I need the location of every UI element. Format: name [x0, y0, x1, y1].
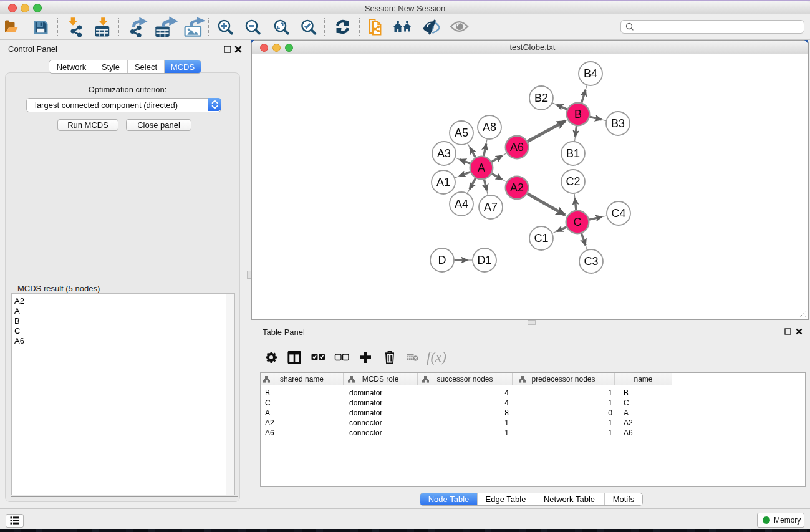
svg-text:B1: B1: [566, 147, 580, 160]
svg-text:A1: A1: [436, 176, 450, 188]
svg-text:C1: C1: [534, 232, 548, 244]
svg-text:B4: B4: [584, 67, 597, 80]
svg-text:A8: A8: [483, 121, 496, 133]
svg-text:A2: A2: [510, 181, 524, 194]
svg-text:C: C: [574, 216, 582, 228]
svg-text:B: B: [574, 108, 582, 120]
svg-text:B3: B3: [611, 117, 625, 130]
svg-text:D1: D1: [477, 254, 491, 266]
svg-text:C2: C2: [566, 175, 580, 188]
svg-text:A4: A4: [455, 198, 468, 210]
svg-text:A: A: [478, 162, 485, 174]
svg-text:A6: A6: [510, 141, 524, 153]
svg-text:B2: B2: [534, 92, 548, 104]
svg-text:A7: A7: [484, 201, 498, 213]
svg-text:A3: A3: [437, 147, 451, 160]
svg-text:A5: A5: [455, 127, 468, 139]
svg-text:D: D: [438, 254, 446, 266]
svg-text:f(x): f(x): [427, 349, 446, 365]
svg-text:C4: C4: [611, 207, 625, 220]
svg-text:C3: C3: [584, 255, 598, 268]
